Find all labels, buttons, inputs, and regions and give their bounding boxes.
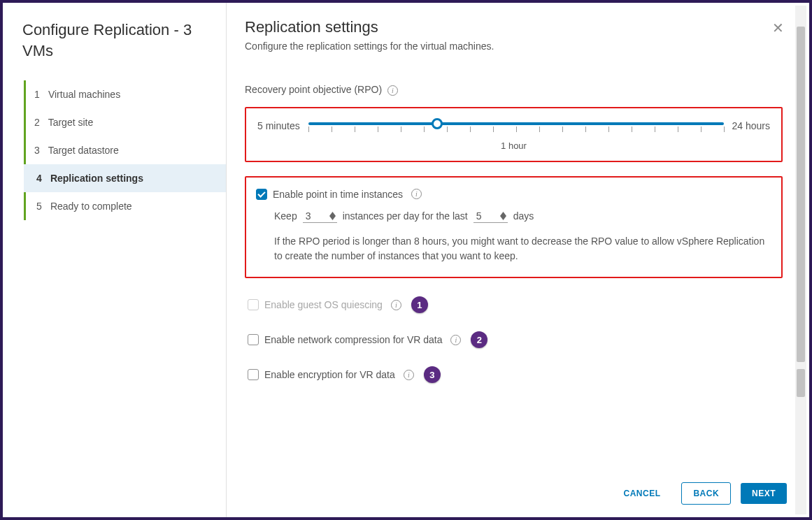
wizard-footer: CANCEL BACK NEXT [613,482,787,505]
pit-keep-line: Keep instances per day for the last [274,210,769,223]
page-title: Replication settings [245,18,783,36]
slider-min-label: 5 minutes [257,120,300,131]
step-target-datastore[interactable]: 3 Target datastore [26,136,226,164]
slider-track-wrap[interactable] [308,118,724,133]
encryption-label: Enable encryption for VR data [264,369,395,380]
info-icon[interactable]: i [391,300,401,310]
info-icon[interactable]: i [387,85,398,96]
step-label: Replication settings [50,173,143,184]
scrollbar-thumb[interactable] [797,27,805,362]
wizard-sidebar: Configure Replication - 3 VMs 1 Virtual … [3,3,227,517]
keep-instances-input[interactable] [304,210,329,222]
svg-marker-7 [500,216,506,220]
wizard-content: ✕ Replication settings Configure the rep… [227,3,809,517]
back-button[interactable]: BACK [681,482,731,505]
keep-days-stepper[interactable] [473,210,508,223]
step-ready-to-complete[interactable]: 5 Ready to complete [26,192,226,220]
cancel-button[interactable]: CANCEL [613,483,672,504]
quiescing-label: Enable guest OS quiescing [264,299,383,310]
compression-checkbox-row[interactable]: Enable network compression for VR data i… [248,331,783,348]
pit-note: If the RPO period is longer than 8 hours… [274,234,769,264]
annotation-badge: 2 [471,331,487,348]
pit-checkbox-row[interactable]: Enable point in time instances i [256,189,769,200]
pit-checkbox-label: Enable point in time instances [273,189,403,200]
slider-ticks [308,127,724,133]
compression-label: Enable network compression for VR data [264,334,442,345]
next-button[interactable]: NEXT [741,483,787,504]
slider-max-label: 24 hours [732,120,770,131]
close-button[interactable]: ✕ [772,21,784,35]
quiescing-checkbox-row: Enable guest OS quiescing i 1 [248,296,783,313]
annotation-badge: 3 [424,366,441,383]
wizard-dialog: Configure Replication - 3 VMs 1 Virtual … [3,3,809,517]
rpo-highlight-box: 5 minutes 24 hours 1 hour [245,107,783,162]
step-label: Target site [48,117,94,128]
slider-track [308,122,724,125]
step-label: Target datastore [48,145,119,156]
info-icon[interactable]: i [411,189,422,199]
step-label: Ready to complete [50,201,132,212]
step-target-site[interactable]: 2 Target site [26,108,226,136]
pit-highlight-box: Enable point in time instances i Keep in… [245,176,783,278]
keep-days-input[interactable] [475,210,500,222]
step-virtual-machines[interactable]: 1 Virtual machines [26,80,226,108]
encryption-checkbox-row[interactable]: Enable encryption for VR data i 3 [248,366,783,383]
info-icon[interactable]: i [450,335,461,345]
stepper-icon[interactable] [329,212,336,220]
wizard-title: Configure Replication - 3 VMs [22,20,226,61]
checkbox-quiescing [248,299,259,310]
keep-instances-stepper[interactable] [303,210,337,223]
rpo-slider[interactable]: 5 minutes 24 hours [257,118,770,133]
rpo-label: Recovery point objective (RPO) i [245,84,783,96]
step-replication-settings[interactable]: 4 Replication settings [24,164,226,192]
checkbox-compression[interactable] [248,334,259,345]
svg-marker-5 [329,216,336,220]
checkbox-encryption[interactable] [248,369,259,380]
stepper-icon[interactable] [500,212,506,220]
info-icon[interactable]: i [404,370,414,380]
step-label: Virtual machines [48,89,120,100]
page-subtitle: Configure the replication settings for t… [245,41,783,52]
scrollbar[interactable] [795,6,806,514]
wizard-steps: 1 Virtual machines 2 Target site 3 Targe… [24,80,226,220]
checkbox-pit[interactable] [256,189,267,200]
scrollbar-thumb[interactable] [797,369,805,397]
slider-value-label: 1 hour [257,140,770,151]
annotation-badge: 1 [411,296,428,313]
